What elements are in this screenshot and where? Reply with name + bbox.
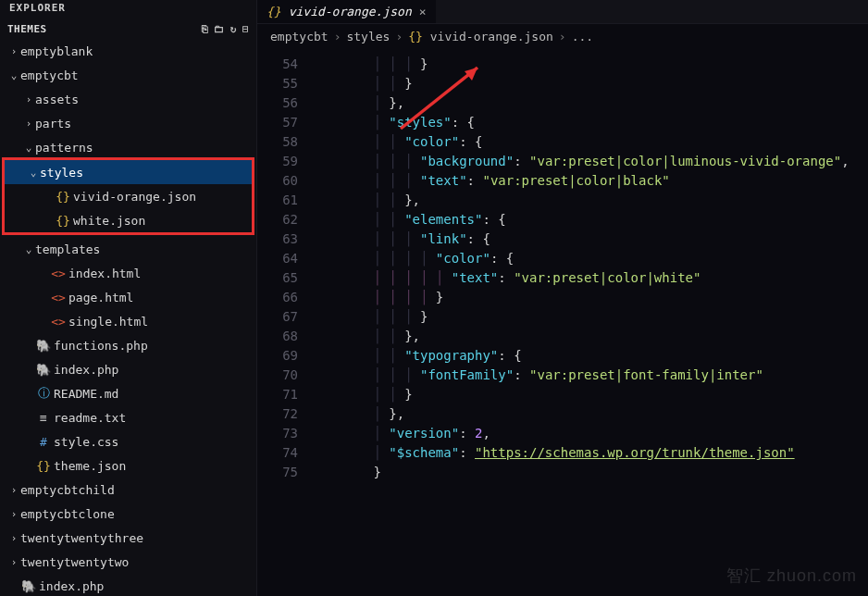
tree-label: twentytwentytwo — [20, 555, 129, 569]
refresh-icon[interactable]: ↻ — [230, 23, 237, 35]
file-type-icon: {} — [35, 459, 52, 473]
line-gutter: 5455565758596061626364656667686970717273… — [257, 49, 311, 596]
tree-label: readme.txt — [54, 411, 126, 425]
tree-label: emptyblank — [20, 44, 93, 58]
file-type-icon: <> — [50, 267, 67, 280]
file-type-icon: ⓘ — [35, 385, 52, 402]
chevron-icon: › — [7, 556, 20, 568]
chevron-icon: ⌄ — [22, 142, 35, 154]
tree-label: emptycbtchild — [20, 483, 115, 497]
tree-file[interactable]: {}theme.json — [0, 453, 256, 478]
tree-folder[interactable]: ⌄emptycbt — [0, 63, 256, 87]
tree-folder[interactable]: ⌄patterns — [0, 135, 256, 159]
file-type-icon: <> — [50, 291, 67, 304]
breadcrumb-item[interactable]: ... — [572, 30, 593, 43]
json-icon: {} — [267, 5, 281, 19]
file-type-icon: 🐘 — [20, 579, 37, 593]
tree-label: vivid-orange.json — [73, 190, 196, 204]
tree-label: templates — [35, 242, 100, 256]
breadcrumb-item[interactable]: {} vivid-orange.json — [408, 30, 553, 43]
breadcrumb-sep: › — [334, 30, 341, 43]
tree-file[interactable]: <>single.html — [0, 309, 256, 333]
tree-label: styles — [40, 166, 83, 180]
tree-file[interactable]: <>page.html — [0, 285, 256, 309]
file-type-icon: <> — [50, 315, 67, 329]
tree-file[interactable]: {}vivid-orange.json — [5, 184, 252, 208]
editor-area: {} vivid-orange.json × emptycbt›styles›{… — [257, 0, 868, 596]
new-file-icon[interactable]: ⎘ — [202, 23, 209, 35]
chevron-icon: ⌄ — [7, 69, 20, 81]
tree-label: patterns — [35, 141, 93, 155]
tree-folder[interactable]: ›parts — [0, 111, 256, 135]
tree-folder[interactable]: ⌄styles — [5, 160, 252, 184]
section-actions: ⎘ 🗀 ↻ ⊟ — [202, 23, 249, 35]
chevron-icon: › — [7, 45, 20, 57]
tree-file[interactable]: #style.css — [0, 429, 256, 453]
tree-file[interactable]: ⓘREADME.md — [0, 381, 256, 405]
tree-label: page.html — [68, 291, 133, 304]
tree-label: style.css — [54, 435, 118, 449]
tree-label: emptycbtclone — [20, 507, 115, 521]
breadcrumb-item[interactable]: emptycbt — [270, 30, 329, 43]
tree-label: index.php — [54, 363, 118, 377]
chevron-icon: › — [22, 118, 35, 130]
tree-label: assets — [35, 93, 79, 106]
code-area[interactable]: 5455565758596061626364656667686970717273… — [257, 49, 868, 596]
chevron-icon: ⌄ — [22, 243, 35, 255]
code-content[interactable]: │ │ │ } │ │ } │ }, │ "styles": { │ │ "co… — [311, 49, 868, 596]
chevron-icon: › — [7, 532, 20, 544]
tree-label: theme.json — [54, 459, 126, 473]
tab-bar: {} vivid-orange.json × — [257, 0, 868, 24]
tree-file[interactable]: {}white.json — [5, 208, 252, 232]
tree-label: white.json — [73, 214, 145, 228]
breadcrumb-sep: › — [395, 30, 403, 43]
explorer-sidebar: EXPLORER THEMES ⎘ 🗀 ↻ ⊟ ›emptyblank⌄empt… — [0, 0, 257, 596]
tree-folder[interactable]: ›twentytwentythree — [0, 526, 256, 550]
tree-label: index.php — [39, 579, 104, 593]
tree-file[interactable]: 🐘functions.php — [0, 333, 256, 357]
tree-folder[interactable]: ›assets — [0, 87, 256, 111]
chevron-icon: › — [22, 93, 35, 106]
file-type-icon: 🐘 — [35, 363, 52, 377]
breadcrumb-sep: › — [559, 30, 566, 43]
chevron-icon: ⌄ — [27, 167, 40, 179]
tree-folder[interactable]: ⌄templates — [0, 237, 256, 261]
file-type-icon: {} — [55, 214, 71, 228]
tree-folder[interactable]: ›emptycbtchild — [0, 478, 256, 502]
new-folder-icon[interactable]: 🗀 — [214, 23, 225, 35]
tree-file[interactable]: <>index.html — [0, 261, 256, 285]
file-type-icon: ≡ — [35, 411, 52, 425]
tree-label: emptycbt — [20, 68, 79, 82]
tree-label: twentytwentythree — [20, 531, 143, 545]
watermark: 智汇 zhuon.com — [726, 565, 857, 587]
breadcrumb-item[interactable]: styles — [346, 30, 390, 43]
breadcrumb[interactable]: emptycbt›styles›{} vivid-orange.json›... — [257, 24, 868, 49]
file-tree: ›emptyblank⌄emptycbt›assets›parts⌄patter… — [0, 39, 256, 596]
tree-label: index.html — [68, 267, 141, 280]
tree-folder[interactable]: ›emptyblank — [0, 39, 256, 63]
tree-label: README.md — [54, 387, 118, 401]
tree-folder[interactable]: ›emptycbtclone — [0, 502, 256, 526]
explorer-title: EXPLORER — [0, 0, 256, 19]
tree-label: functions.php — [54, 339, 148, 353]
section-title: THEMES — [7, 23, 47, 35]
close-icon[interactable]: × — [419, 5, 427, 19]
file-type-icon: 🐘 — [35, 339, 52, 353]
tree-file[interactable]: 🐘index.php — [0, 574, 256, 596]
chevron-icon: › — [7, 508, 20, 520]
file-type-icon: {} — [55, 190, 71, 204]
chevron-icon: › — [7, 484, 20, 496]
tree-file[interactable]: ≡readme.txt — [0, 405, 256, 429]
tab-label: vivid-orange.json — [289, 5, 412, 19]
file-type-icon: # — [35, 435, 52, 449]
section-header: THEMES ⎘ 🗀 ↻ ⊟ — [0, 19, 256, 39]
tree-label: parts — [35, 117, 71, 130]
tree-file[interactable]: 🐘index.php — [0, 357, 256, 381]
tree-label: single.html — [68, 315, 148, 329]
tab-active[interactable]: {} vivid-orange.json × — [257, 0, 436, 23]
tree-folder[interactable]: ›twentytwentytwo — [0, 550, 256, 574]
collapse-icon[interactable]: ⊟ — [242, 23, 249, 35]
